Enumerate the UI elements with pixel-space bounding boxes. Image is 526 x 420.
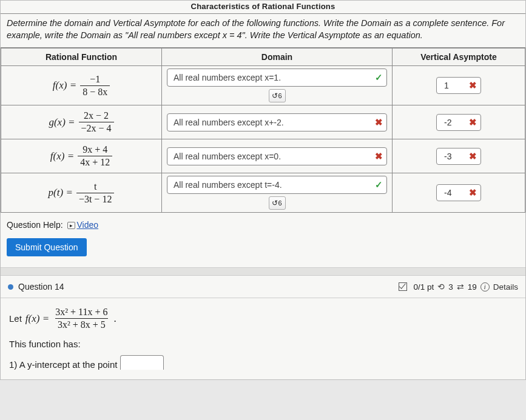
retry-button[interactable]: ↺6 xyxy=(269,196,286,210)
question-help-row: Question Help: ▸Video xyxy=(1,213,525,235)
instructions-text: Determine the domain and Vertical Asympt… xyxy=(1,14,525,48)
video-link[interactable]: Video xyxy=(77,220,99,230)
question-14-title: Question 14 xyxy=(18,282,64,292)
q14-denominator: 3x² + 8x + 5 xyxy=(55,318,108,330)
header-vertical-asymptote: Vertical Asymptote xyxy=(393,48,525,66)
rational-functions-table: Rational Function Domain Vertical Asympt… xyxy=(1,48,525,213)
retry-icon: ↺ xyxy=(272,92,278,100)
attempts-count: 19 xyxy=(468,282,477,292)
domain-input[interactable]: All real numbers except x+-2.✖ xyxy=(167,113,387,132)
q14-has-line: This function has: xyxy=(9,339,517,349)
retry-superscript: 6 xyxy=(278,199,282,207)
q14-numerator: 3x² + 11x + 6 xyxy=(53,307,110,318)
cross-icon: ✖ xyxy=(469,187,477,198)
section-title-partial: Characteristics of Rational Functions xyxy=(1,1,525,14)
table-row: p(t) =t−3t − 12All real numbers except t… xyxy=(1,173,525,213)
q14-period: . xyxy=(113,313,116,325)
domain-input[interactable]: All real numbers except x=0.✖ xyxy=(167,147,387,165)
details-link[interactable]: Details xyxy=(493,282,518,292)
cross-icon: ✖ xyxy=(469,117,477,128)
domain-input[interactable]: All real numbers except x=1.✓ xyxy=(167,68,387,87)
question-14-header[interactable]: Question 14 0/1 pt 3 19 i Details xyxy=(1,276,525,298)
q14-function-definition: Let f(x) = 3x² + 11x + 6 3x² + 8x + 5 . xyxy=(9,307,517,330)
submit-question-button[interactable]: Submit Question xyxy=(7,238,87,256)
table-row: f(x) =9x + 44x + 12All real numbers exce… xyxy=(1,139,525,173)
reset-icon xyxy=(437,282,445,292)
header-domain: Domain xyxy=(162,48,393,66)
function-equation: f(x) =−18 − 8x xyxy=(6,72,157,100)
function-equation: p(t) =t−3t − 12 xyxy=(6,179,157,207)
header-function: Rational Function xyxy=(1,48,162,66)
y-intercept-input[interactable] xyxy=(120,355,164,370)
table-row: f(x) =−18 − 8xAll real numbers except x=… xyxy=(1,66,525,105)
retry-button[interactable]: ↺6 xyxy=(269,89,286,102)
retry-superscript: 6 xyxy=(278,92,282,99)
cross-icon: ✖ xyxy=(375,117,383,128)
va-input[interactable]: -3✖ xyxy=(436,148,481,165)
video-icon: ▸ xyxy=(67,222,75,229)
cross-icon: ✖ xyxy=(375,151,383,162)
retries-count: 3 xyxy=(448,282,453,292)
domain-input[interactable]: All real numbers except t=-4.✓ xyxy=(167,176,387,194)
cross-icon: ✖ xyxy=(469,151,477,162)
question-divider xyxy=(1,267,525,276)
q14-lhs: f(x) = xyxy=(25,313,49,325)
retry-icon: ↺ xyxy=(272,199,278,207)
table-row: g(x) =2x − 2−2x − 4All real numbers exce… xyxy=(1,105,525,139)
check-icon: ✓ xyxy=(375,179,383,190)
score-text: 0/1 pt xyxy=(413,282,434,292)
info-icon[interactable]: i xyxy=(480,282,490,292)
swap-icon xyxy=(457,282,464,292)
question-help-label: Question Help: xyxy=(7,220,63,230)
va-input[interactable]: 1✖ xyxy=(436,77,481,94)
status-dot-icon xyxy=(8,284,13,290)
score-box-icon xyxy=(399,282,407,291)
let-label: Let xyxy=(9,313,22,324)
q14-item-1: 1) A y-intercept at the point xyxy=(9,355,517,370)
cross-icon: ✖ xyxy=(469,80,477,91)
va-input[interactable]: -4✖ xyxy=(436,184,481,201)
function-equation: g(x) =2x − 2−2x − 4 xyxy=(6,108,157,136)
va-input[interactable]: -2✖ xyxy=(436,114,481,131)
check-icon: ✓ xyxy=(375,72,383,83)
function-equation: f(x) =9x + 44x + 12 xyxy=(6,142,157,170)
